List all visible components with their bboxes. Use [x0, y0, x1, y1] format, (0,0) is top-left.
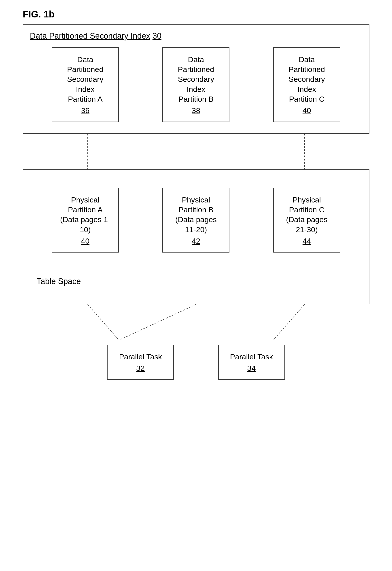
tablespace-outer-box: PhysicalPartition A(Data pages 1-10) 40 … — [23, 169, 369, 304]
dashed-line-phys-b-task32 — [119, 304, 196, 340]
parallel-task-32: Parallel Task 32 — [107, 345, 174, 380]
dashed-line-phys-a-task32 — [88, 304, 119, 340]
physical-partitions-row: PhysicalPartition A(Data pages 1-10) 40 … — [30, 188, 362, 253]
parallel-task-32-title: Parallel Task — [112, 352, 169, 362]
dpsi-outer-label: Data Partitioned Secondary Index 30 — [30, 31, 362, 41]
parallel-task-34-num: 34 — [247, 364, 256, 372]
physical-partition-b-num: 42 — [167, 237, 225, 245]
parallel-task-34: Parallel Task 34 — [218, 345, 285, 380]
connector-svg-2 — [23, 304, 369, 340]
connector-svg-1 — [23, 134, 369, 169]
fig-label: FIG. 1b — [23, 9, 55, 19]
dpsi-partition-b: DataPartitionedSecondaryIndexPartition B… — [162, 47, 230, 122]
dpsi-partition-a-title: DataPartitionedSecondaryIndexPartition A — [57, 55, 114, 104]
dpsi-outer-box: Data Partitioned Secondary Index 30 Data… — [23, 24, 369, 134]
physical-partition-c: PhysicalPartition C(Data pages21-30) 44 — [273, 188, 340, 253]
dashed-line-phys-c-task34 — [273, 304, 305, 340]
tablespace-label: Table Space — [37, 277, 81, 286]
dpsi-partition-b-num: 38 — [167, 106, 225, 115]
dpsi-partition-a: DataPartitionedSecondaryIndexPartition A… — [52, 47, 119, 122]
dpsi-partition-c-title: DataPartitionedSecondaryIndexPartition C — [278, 55, 335, 104]
dpsi-partitions-row: DataPartitionedSecondaryIndexPartition A… — [30, 47, 362, 122]
parallel-tasks-row: Parallel Task 32 Parallel Task 34 — [23, 345, 369, 380]
physical-partition-c-num: 44 — [278, 237, 335, 245]
parallel-task-34-title: Parallel Task — [223, 352, 280, 362]
parallel-task-32-num: 32 — [136, 364, 145, 372]
connector-area-2 — [23, 304, 369, 340]
physical-partition-b-title: PhysicalPartition B(Data pages11-20) — [167, 195, 225, 234]
dpsi-partition-c-num: 40 — [278, 106, 335, 115]
physical-partition-a-title: PhysicalPartition A(Data pages 1-10) — [57, 195, 114, 234]
physical-partition-b: PhysicalPartition B(Data pages11-20) 42 — [162, 188, 230, 253]
physical-partition-a: PhysicalPartition A(Data pages 1-10) 40 — [52, 188, 119, 253]
connector-area-1 — [23, 134, 369, 169]
dpsi-partition-b-title: DataPartitionedSecondaryIndexPartition B — [167, 55, 225, 104]
dpsi-partition-a-num: 36 — [57, 106, 114, 115]
physical-partition-c-title: PhysicalPartition C(Data pages21-30) — [278, 195, 335, 234]
physical-partition-a-num: 40 — [57, 237, 114, 245]
dpsi-partition-c: DataPartitionedSecondaryIndexPartition C… — [273, 47, 340, 122]
